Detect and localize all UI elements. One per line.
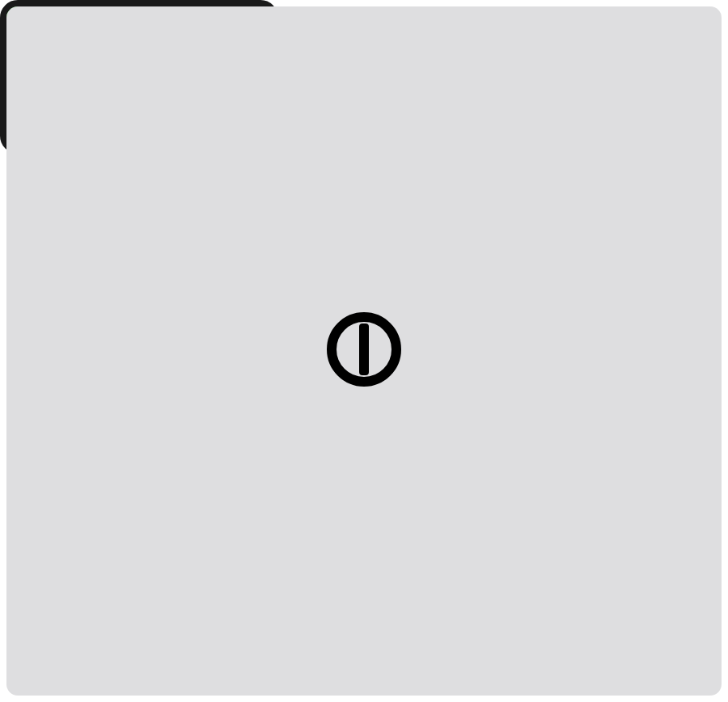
power-button-face	[6, 6, 722, 696]
svg-rect-6	[359, 324, 369, 375]
power-button[interactable]	[0, 0, 278, 154]
power-io-icon	[324, 309, 404, 393]
